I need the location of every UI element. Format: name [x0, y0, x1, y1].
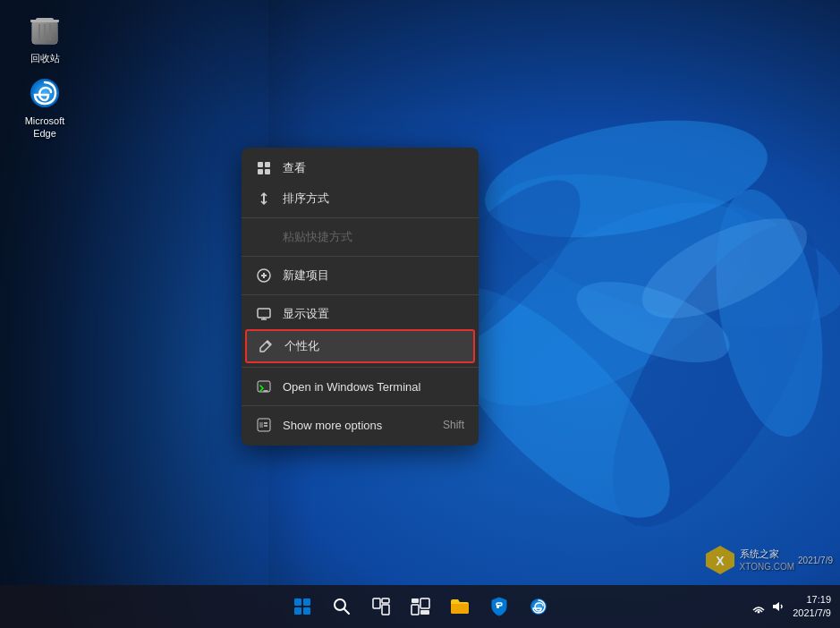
watermark-date: 2021/7/9 [798, 555, 833, 566]
svg-rect-22 [258, 169, 263, 174]
svg-rect-21 [265, 162, 270, 167]
recycle-bin-icon[interactable]: 回收站 [13, 9, 76, 68]
more-options-shortcut: Shift [443, 419, 464, 431]
taskbar-right-area: 17:19 2021/7/9 [751, 593, 831, 621]
file-explorer-button[interactable] [442, 589, 478, 624]
task-view-icon [372, 598, 390, 615]
menu-item-paste-shortcut: 粘贴快捷方式 [242, 222, 479, 252]
svg-rect-46 [373, 598, 380, 608]
menu-item-personalize[interactable]: 个性化 [245, 329, 475, 363]
svg-rect-52 [420, 610, 429, 615]
separator-3 [242, 294, 479, 295]
svg-rect-23 [265, 169, 270, 174]
clock[interactable]: 17:19 2021/7/9 [793, 593, 831, 621]
menu-item-sort[interactable]: 排序方式 [242, 183, 479, 214]
display-label: 显示设置 [283, 306, 464, 322]
svg-rect-51 [420, 598, 429, 608]
view-icon [256, 160, 272, 176]
watermark-logo-svg: X [704, 544, 736, 576]
watermark-text: 系统之家 XTONG.COM [740, 547, 794, 572]
recycle-bin-label: 回收站 [30, 52, 60, 64]
sort-label: 排序方式 [283, 191, 464, 207]
separator-5 [242, 405, 479, 406]
svg-rect-49 [412, 598, 419, 603]
view-label: 查看 [283, 160, 464, 176]
svg-point-56 [758, 611, 760, 614]
taskbar: 17:19 2021/7/9 [0, 585, 840, 628]
menu-item-view[interactable]: 查看 [242, 153, 479, 183]
terminal-label: Open in Windows Terminal [283, 380, 464, 394]
start-icon [293, 598, 311, 615]
start-button[interactable] [284, 589, 320, 624]
svg-rect-41 [303, 598, 310, 606]
new-icon [256, 267, 272, 284]
edge-taskbar-icon [530, 598, 547, 615]
watermark-site: 系统之家 [740, 547, 794, 560]
watermark-url: XTONG.COM [740, 561, 794, 573]
svg-point-44 [335, 599, 345, 610]
display-icon [256, 306, 272, 322]
watermark: X 系统之家 XTONG.COM 2021/7/9 [704, 544, 833, 576]
network-icon [751, 599, 766, 614]
svg-rect-43 [303, 607, 310, 615]
recycle-bin-image [27, 13, 63, 48]
menu-item-display[interactable]: 显示设置 [242, 299, 479, 329]
widgets-button[interactable] [403, 589, 438, 624]
svg-rect-50 [412, 605, 419, 615]
time-display: 17:19 [806, 593, 831, 607]
svg-rect-28 [258, 309, 270, 318]
svg-text:X: X [716, 554, 725, 568]
svg-rect-18 [30, 20, 59, 22]
paste-label: 粘贴快捷方式 [283, 229, 464, 245]
svg-rect-42 [294, 607, 301, 615]
edge-label: Microsoft Edge [17, 115, 72, 140]
menu-item-more-options[interactable]: Show more options Shift [242, 410, 479, 440]
date-display: 2021/7/9 [793, 607, 831, 620]
context-menu: 查看 排序方式 粘贴快捷方式 [242, 148, 479, 446]
security-icon [490, 597, 508, 616]
svg-rect-20 [258, 162, 263, 167]
svg-rect-48 [382, 598, 389, 603]
menu-item-new[interactable]: 新建项目 [242, 260, 479, 291]
desktop: 回收站 Microsoft Edge [0, 0, 840, 628]
sort-icon [256, 191, 272, 207]
edge-taskbar-button[interactable] [521, 589, 556, 624]
svg-rect-32 [258, 381, 270, 392]
edge-image [27, 75, 63, 111]
personalize-label: 个性化 [284, 338, 462, 354]
terminal-icon [256, 378, 272, 395]
svg-rect-47 [382, 605, 389, 615]
widgets-icon [411, 598, 430, 615]
paste-icon [256, 229, 272, 245]
separator-4 [242, 367, 479, 368]
svg-line-45 [344, 609, 349, 614]
personalize-icon [258, 338, 274, 354]
security-button[interactable] [481, 589, 517, 624]
more-options-label: Show more options [283, 419, 432, 432]
edge-icon[interactable]: Microsoft Edge [13, 72, 76, 144]
search-icon [333, 598, 351, 615]
more-options-icon [256, 417, 272, 433]
file-explorer-icon [450, 598, 470, 615]
search-button[interactable] [324, 589, 360, 624]
menu-item-terminal[interactable]: Open in Windows Terminal [242, 371, 479, 402]
svg-rect-40 [294, 598, 301, 606]
task-view-button[interactable] [363, 589, 399, 624]
svg-rect-35 [259, 422, 263, 428]
volume-icon [771, 599, 785, 614]
new-label: 新建项目 [283, 267, 464, 284]
svg-marker-57 [773, 602, 779, 611]
separator-2 [242, 256, 479, 257]
separator-1 [242, 217, 479, 218]
